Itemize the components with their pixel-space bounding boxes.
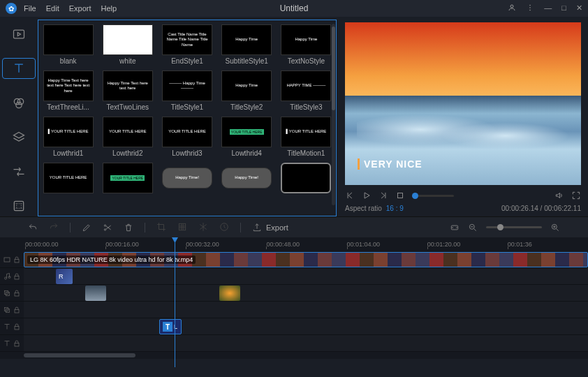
audio-track-icon (3, 272, 11, 281)
gallery-item[interactable]: ▌YOUR TITLE HERELowthrid1 (41, 117, 95, 157)
gallery-item[interactable]: Happy Time! (160, 163, 214, 195)
duration-button[interactable] (219, 222, 229, 232)
svg-point-19 (5, 277, 7, 279)
gallery-item[interactable]: ——— Happy Time ———TitleStyle1 (160, 71, 214, 111)
more-icon[interactable] (526, 3, 534, 13)
text-track-2 (0, 335, 588, 352)
gallery-item[interactable]: blank (41, 24, 95, 65)
preview-video[interactable]: VERY NICE (345, 22, 581, 185)
crop-button[interactable] (156, 222, 166, 232)
lock-icon[interactable] (13, 323, 21, 331)
video-track: LG 8K 60fps HDR NATURE 8k video ultra hd… (0, 251, 588, 268)
overlay-track-icon (3, 306, 11, 314)
zoom-out-button[interactable] (468, 223, 478, 232)
fullscreen-button[interactable] (571, 191, 581, 200)
export-button[interactable]: Export (252, 223, 288, 232)
svg-point-2 (530, 7, 531, 8)
gallery-item[interactable]: Cast Title Name Title Name Title Name Ti… (160, 24, 214, 65)
text-clip[interactable]: TL (159, 319, 182, 334)
preview-progress[interactable] (412, 195, 454, 197)
filters-tab[interactable] (2, 93, 36, 113)
gallery-item[interactable]: YOUR TITLE HERELowthrid2 (101, 117, 154, 157)
audio-clip[interactable]: R (56, 269, 73, 284)
zoom-in-button[interactable] (550, 223, 560, 232)
aspect-ratio[interactable]: Aspect ratio16 : 9 (345, 205, 404, 212)
gallery-item[interactable]: ▌YOUR TITLE HERETitleMotion1 (279, 117, 333, 157)
text-tab[interactable] (2, 58, 36, 79)
lock-icon[interactable] (13, 306, 21, 314)
overlays-tab[interactable] (2, 127, 36, 147)
undo-button[interactable] (28, 223, 38, 232)
gallery-label: blank (60, 57, 77, 65)
redo-button[interactable] (49, 222, 59, 232)
gallery-item[interactable]: YOUR TITLE HERELowthrid4 (220, 117, 274, 157)
stop-button[interactable] (395, 191, 405, 200)
volume-button[interactable] (554, 191, 564, 200)
gallery-item[interactable]: YOUR TITLE HERE (101, 163, 154, 195)
gallery-label: TextThreeLi... (47, 103, 89, 111)
image-clip[interactable] (85, 286, 106, 301)
lock-icon[interactable] (13, 289, 21, 297)
svg-rect-25 (5, 307, 8, 311)
gallery-item[interactable]: white (101, 24, 154, 65)
gallery-thumb: Happy Time! (162, 168, 212, 188)
gallery-item[interactable]: Happy TimeTitleStyle2 (220, 71, 274, 111)
gallery-label: Lowthrid4 (232, 149, 262, 157)
gallery-item[interactable]: Happy Time Text here text here Text here… (41, 71, 95, 111)
lock-icon[interactable] (13, 256, 21, 264)
ruler-tick: 00:00:32.00 (186, 241, 266, 248)
preview-panel: VERY NICE Aspect ratio16 : 9 00:00:26.14… (337, 17, 588, 216)
minimize-button[interactable]: — (544, 3, 552, 13)
gallery-scrollbar[interactable] (332, 24, 335, 205)
prev-frame-button[interactable] (345, 191, 355, 200)
image-clip[interactable] (219, 286, 240, 301)
overlay-track-icon (3, 289, 11, 297)
video-clip[interactable]: LG 8K 60fps HDR NATURE 8k video ultra hd… (24, 252, 588, 267)
gallery-item[interactable]: Happy Time Text here text hereTextTwoLin… (101, 71, 154, 111)
gallery-thumb: Happy Time Text here text here Text here… (43, 71, 94, 101)
delete-button[interactable] (124, 223, 133, 232)
close-button[interactable]: ✕ (576, 3, 582, 13)
svg-rect-18 (15, 259, 19, 263)
gallery-label: EndStyle1 (171, 57, 203, 65)
transitions-tab[interactable] (2, 162, 36, 182)
gallery-item[interactable]: Happy Time! (220, 163, 274, 195)
title-gallery: blankwhiteCast Title Name Title Name Tit… (38, 20, 337, 216)
elements-tab[interactable] (2, 196, 36, 216)
menu-file[interactable]: File (24, 4, 36, 13)
account-icon[interactable] (508, 3, 516, 13)
play-button[interactable] (362, 191, 372, 200)
fit-button[interactable] (450, 223, 460, 232)
svg-rect-22 (5, 290, 8, 294)
media-tab[interactable] (2, 24, 36, 44)
gallery-item[interactable]: HAPPY TIME ———TitleStyle3 (279, 71, 333, 111)
menu-edit[interactable]: Edit (46, 4, 59, 13)
ruler-tick: 00:01:36 (508, 241, 588, 248)
gallery-item[interactable]: Happy TimeTextNoStyle (279, 24, 333, 65)
maximize-button[interactable]: □ (561, 3, 566, 13)
ruler-tick: 00:00:00.00 (25, 241, 105, 248)
edit-button[interactable] (82, 223, 91, 232)
gallery-item[interactable]: YOUR TITLE HERE (41, 163, 95, 195)
gallery-item[interactable] (279, 163, 333, 195)
mosaic-button[interactable] (177, 222, 187, 232)
next-frame-button[interactable] (378, 191, 388, 200)
playhead[interactable] (175, 242, 175, 367)
lock-icon[interactable] (13, 272, 21, 281)
gallery-label: TextTwoLines (106, 103, 149, 111)
gallery-label: Lowthrid2 (112, 149, 142, 157)
svg-point-1 (530, 5, 531, 6)
gallery-item[interactable]: YOUR TITLE HERELowthrid3 (160, 117, 214, 157)
menu-export[interactable]: Export (69, 4, 91, 13)
menu-help[interactable]: Help (101, 4, 117, 13)
gallery-item[interactable]: Happy TimeSubtitleStyle1 (220, 24, 274, 65)
ruler-tick: 00:00:16.00 (105, 241, 186, 248)
time-ruler[interactable]: 00:00:00.0000:00:16.0000:00:32.0000:00:4… (0, 237, 588, 251)
svg-rect-28 (15, 326, 19, 330)
zoom-slider[interactable] (486, 226, 542, 228)
freeze-button[interactable] (198, 222, 208, 232)
svg-rect-29 (15, 343, 19, 346)
timeline-scrollbar[interactable] (0, 352, 588, 359)
lock-icon[interactable] (13, 339, 21, 348)
split-button[interactable] (103, 223, 112, 232)
